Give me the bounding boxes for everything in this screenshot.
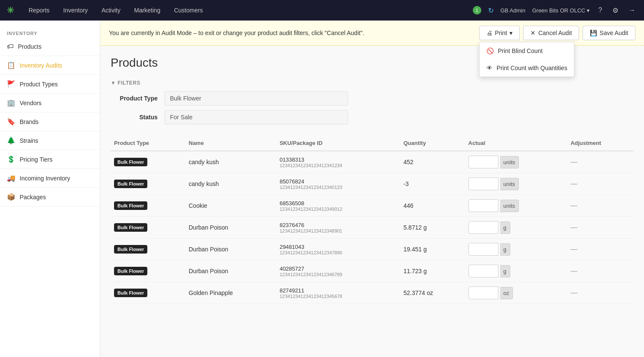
sku-main-2: 68536508 xyxy=(280,200,397,207)
sidebar-vendors-label: Vendors xyxy=(20,100,41,106)
product-type-badge-6: Bulk Flower xyxy=(114,289,147,297)
cell-actual-2: units xyxy=(465,195,568,217)
sidebar-item-vendors[interactable]: 🏢 Vendors xyxy=(0,94,100,112)
cell-name-6: Golden Pinapple xyxy=(185,282,276,304)
cell-sku-2: 68536508 1234123412341234123490​12 xyxy=(276,195,400,217)
unit-badge-3: g xyxy=(500,221,510,234)
audit-banner: You are currently in Audit Mode – to exi… xyxy=(100,21,644,46)
nav-activity[interactable]: Activity xyxy=(96,4,126,16)
table-header-row: Product Type Name SKU/Package ID Quantit… xyxy=(111,136,634,151)
nav-customers[interactable]: Customers xyxy=(168,4,209,16)
save-audit-button[interactable]: 💾 Save Audit xyxy=(583,26,635,40)
packages-icon: 📦 xyxy=(7,193,15,201)
cell-product-type-1: Bulk Flower xyxy=(111,173,185,195)
unit-badge-5: g xyxy=(500,265,510,277)
actual-input-0[interactable] xyxy=(468,156,498,168)
print-dropdown-chevron[interactable]: ▾ xyxy=(509,30,512,36)
product-types-icon: 🚩 xyxy=(7,80,15,88)
nav-store[interactable]: Green Bits OR OLCC ▾ xyxy=(532,7,590,14)
cell-quantity-3: 5.8712 g xyxy=(400,217,465,239)
print-button[interactable]: 🖨 Print ▾ xyxy=(479,26,520,40)
cell-product-type-0: Bulk Flower xyxy=(111,151,185,173)
table-row: Bulk Flower Durban Poison 40285727 12341… xyxy=(111,260,634,282)
actual-input-5[interactable] xyxy=(468,265,498,277)
sidebar-item-packages[interactable]: 📦 Packages xyxy=(0,188,100,207)
sidebar-product-types-label: Product Types xyxy=(20,81,58,88)
print-label: Print xyxy=(495,30,507,36)
products-icon: 🏷 xyxy=(7,43,14,50)
cell-adjustment-0: — xyxy=(567,151,634,173)
table-section: Product Type Name SKU/Package ID Quantit… xyxy=(100,136,644,304)
brands-icon: 🔖 xyxy=(7,118,15,126)
sidebar-incoming-inventory-label: Incoming Inventory xyxy=(20,175,70,182)
cancel-audit-button[interactable]: ✕ Cancel Audit xyxy=(523,26,579,40)
notification-badge[interactable]: 1 xyxy=(473,6,481,15)
main-content: You are currently in Audit Mode – to exi… xyxy=(100,21,644,357)
cell-actual-5: g xyxy=(465,260,568,282)
product-type-badge-3: Bulk Flower xyxy=(114,223,147,232)
sidebar-item-incoming-inventory[interactable]: 🚚 Incoming Inventory xyxy=(0,169,100,188)
nav-marketing[interactable]: Marketing xyxy=(128,4,166,16)
unit-badge-0: units xyxy=(500,156,519,168)
actual-input-4[interactable] xyxy=(468,243,498,256)
logout-icon[interactable]: → xyxy=(627,5,637,16)
cell-adjustment-3: — xyxy=(567,217,634,239)
audit-banner-text: You are currently in Audit Mode – to exi… xyxy=(109,30,364,36)
filter-status-input[interactable] xyxy=(164,110,348,124)
sidebar-products-label: Products xyxy=(18,43,41,50)
cell-sku-6: 82749211 1234123412341234123456​78 xyxy=(276,282,400,304)
filter-status-label: Status xyxy=(111,114,158,121)
sku-sub-5: 1234123412341234123467​89 xyxy=(280,272,397,277)
nav-reports[interactable]: Reports xyxy=(23,4,56,16)
cell-actual-0: units xyxy=(465,151,568,173)
cell-sku-5: 40285727 1234123412341234123467​89 xyxy=(276,260,400,282)
cell-quantity-0: 452 xyxy=(400,151,465,173)
col-quantity: Quantity xyxy=(400,136,465,151)
col-name: Name xyxy=(185,136,276,151)
actual-input-6[interactable] xyxy=(468,286,498,299)
sidebar-item-pricing-tiers[interactable]: 💲 Pricing Tiers xyxy=(0,150,100,169)
sidebar-item-product-types[interactable]: 🚩 Product Types xyxy=(0,75,100,94)
sidebar-pricing-tiers-label: Pricing Tiers xyxy=(20,156,53,163)
nav-inventory[interactable]: Inventory xyxy=(57,4,94,16)
nav-items: Reports Inventory Activity Marketing Cus… xyxy=(23,4,473,16)
filters-label: ▼ FILTERS xyxy=(111,80,634,86)
audit-actions: 🖨 Print ▾ 🚫 Print Blind Count 👁 Print Co… xyxy=(479,26,635,40)
filter-funnel-icon: ▼ xyxy=(111,80,116,86)
cell-sku-3: 82376476 1234123412341234123489​01 xyxy=(276,217,400,239)
sku-main-4: 29481043 xyxy=(280,244,397,250)
cancel-label: Cancel Audit xyxy=(538,30,572,36)
cell-quantity-4: 19.451 g xyxy=(400,239,465,260)
print-count-quantities-item[interactable]: 👁 Print Count with Quantities xyxy=(480,59,574,77)
settings-icon[interactable]: ⚙ xyxy=(611,5,620,16)
cell-actual-6: oz xyxy=(465,282,568,304)
actual-input-3[interactable] xyxy=(468,221,498,234)
logo-icon: ✳ xyxy=(7,5,14,15)
actual-input-2[interactable] xyxy=(468,199,498,212)
sidebar-item-strains[interactable]: 🌲 Strains xyxy=(0,131,100,150)
help-icon[interactable]: ? xyxy=(597,5,604,16)
sidebar-item-products[interactable]: 🏷 Products xyxy=(0,38,100,56)
strains-icon: 🌲 xyxy=(7,136,15,145)
print-count-quantities-label: Print Count with Quantities xyxy=(497,65,568,71)
actual-input-1[interactable] xyxy=(468,177,498,190)
adjustment-dash-4: — xyxy=(571,245,577,253)
cell-product-type-4: Bulk Flower xyxy=(111,239,185,260)
filter-product-type-label: Product Type xyxy=(111,95,158,102)
sidebar-brands-label: Brands xyxy=(20,118,38,125)
print-blind-count-item[interactable]: 🚫 Print Blind Count xyxy=(480,42,574,59)
sku-main-1: 85076824 xyxy=(280,178,397,185)
adjustment-dash-1: — xyxy=(571,180,577,187)
table-row: Bulk Flower Durban Poison 29481043 12341… xyxy=(111,239,634,260)
pricing-tiers-icon: 💲 xyxy=(7,155,15,163)
incoming-inventory-icon: 🚚 xyxy=(7,174,15,182)
sidebar-item-inventory-audits[interactable]: 📋 Inventory Audits xyxy=(0,56,100,75)
sidebar-item-brands[interactable]: 🔖 Brands xyxy=(0,112,100,131)
print-dropdown-menu: 🚫 Print Blind Count 👁 Print Count with Q… xyxy=(479,42,575,77)
filter-product-type-input[interactable] xyxy=(164,91,348,106)
sku-main-6: 82749211 xyxy=(280,287,397,294)
col-product-type: Product Type xyxy=(111,136,185,151)
sidebar-inventory-audits-label: Inventory Audits xyxy=(20,62,62,69)
store-dropdown-icon: ▾ xyxy=(587,7,590,14)
sku-main-3: 82376476 xyxy=(280,222,397,228)
